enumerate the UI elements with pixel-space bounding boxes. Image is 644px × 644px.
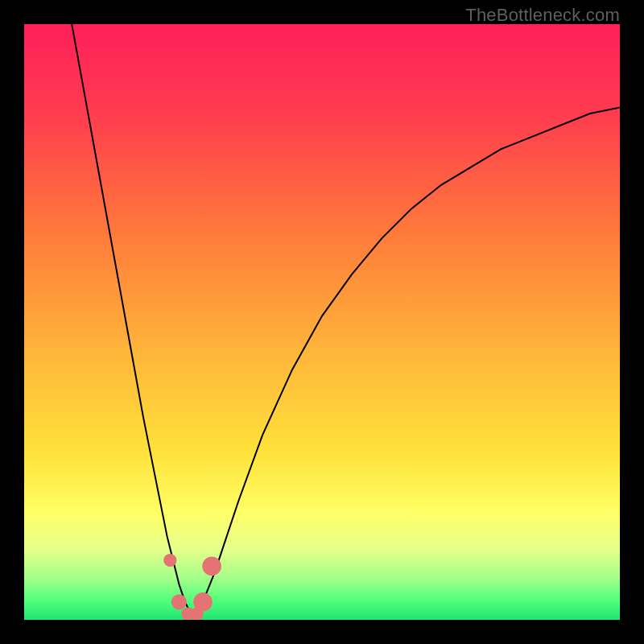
pt-left-upper [163,554,176,567]
gradient-rect [24,24,620,620]
chart-frame [24,24,620,620]
bottleneck-chart [24,24,620,620]
pt-right-lower [193,592,213,612]
watermark-text: TheBottleneck.com [465,5,620,26]
pt-right-upper [202,557,221,576]
pt-left-lower [171,594,187,609]
